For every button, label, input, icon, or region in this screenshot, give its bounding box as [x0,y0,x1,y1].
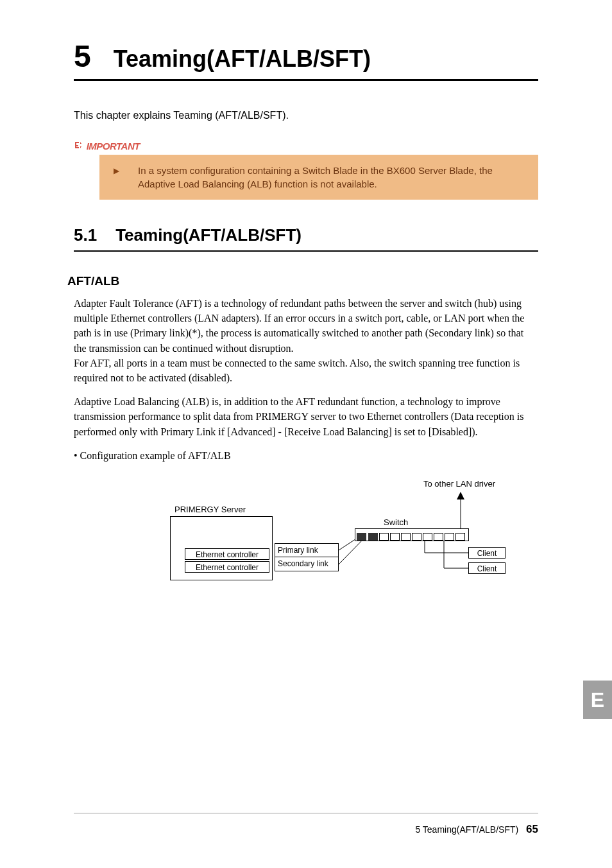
important-text: In a system configuration containing a S… [138,164,525,191]
section-header: 5.1 Teaming(AFT/ALB/SFT) [74,225,538,252]
chapter-title: Teaming(AFT/ALB/SFT) [114,46,371,73]
secondary-link-label: Secondary link [275,557,338,571]
switch-port-icon [412,533,421,541]
important-box: ▶ In a system configuration containing a… [99,155,538,200]
chapter-number: 5 [74,39,91,74]
eth-controller-2: Ethernet controller [185,561,269,573]
arrow-right-icon: ▶ [114,166,119,176]
switch-port-icon [423,533,432,541]
switch-port-icon [390,533,400,541]
section-title: Teaming(AFT/ALB/SFT) [115,225,302,245]
section-number: 5.1 [74,225,97,245]
intro-text: This chapter explains Teaming (AFT/ALB/S… [74,110,538,121]
switch-port-icon [357,533,366,541]
primergy-label: PRIMERGY Server [174,505,246,514]
switch-body [355,528,469,541]
side-tab: E [583,681,612,719]
subsection-header: AFT/ALB [67,274,538,288]
switch-port-icon [401,533,411,541]
important-icon [74,141,83,152]
switch-port-icon [379,533,389,541]
switch-port-icon [455,533,465,541]
diagram-top-label: To other LAN driver [423,479,495,489]
svg-marker-7 [457,492,464,499]
client-2: Client [468,562,506,574]
switch-port-icon [368,533,378,541]
footer-line [74,813,538,813]
body-para2: Adaptive Load Balancing (ALB) is, in add… [74,394,538,439]
link-labels: Primary link Secondary link [275,543,339,571]
switch-port-icon [434,533,443,541]
body-para1: Adapter Fault Tolerance (AFT) is a techn… [74,296,538,385]
primary-link-label: Primary link [275,544,338,557]
switch-label: Switch [384,517,408,527]
footer-text: 5 Teaming(AFT/ALB/SFT) [415,824,518,835]
chapter-header: 5 Teaming(AFT/ALB/SFT) [74,39,538,81]
switch-port-icon [445,533,454,541]
diagram: To other LAN driver PRIMERGY Server Ethe… [128,479,538,595]
eth-controller-1: Ethernet controller [185,548,269,560]
footer-page: 65 [526,823,538,835]
bullet-text: • Configuration example of AFT/ALB [74,448,538,463]
footer: 5 Teaming(AFT/ALB/SFT) 65 [415,823,538,836]
client-1: Client [468,547,506,559]
important-label-text: IMPORTANT [87,141,140,152]
important-label: IMPORTANT [74,141,538,152]
